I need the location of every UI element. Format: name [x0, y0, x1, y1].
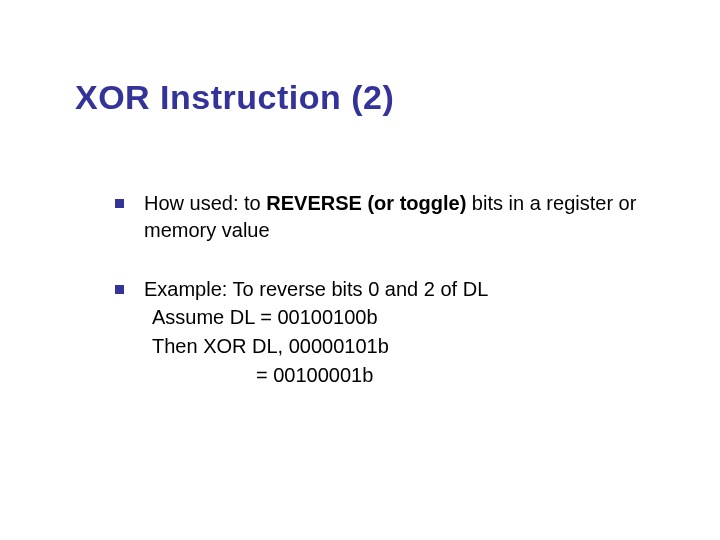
example-line-assume: Assume DL = 00100100b — [144, 303, 665, 332]
bullet-2-example: Assume DL = 00100100b Then XOR DL, 00000… — [144, 303, 665, 390]
example-line-result: = 00100001b — [144, 361, 665, 390]
bullet-icon — [115, 285, 124, 294]
bullet-2-intro: Example: To reverse bits 0 and 2 of DL — [144, 276, 665, 303]
bullet-1-text: How used: to REVERSE (or toggle) bits in… — [144, 190, 665, 244]
slide: XOR Instruction (2) How used: to REVERSE… — [0, 0, 720, 540]
slide-title: XOR Instruction (2) — [75, 78, 394, 117]
bullet-1: How used: to REVERSE (or toggle) bits in… — [115, 190, 665, 244]
slide-body: How used: to REVERSE (or toggle) bits in… — [115, 190, 665, 422]
bullet-icon — [115, 199, 124, 208]
bullet-2-text: Example: To reverse bits 0 and 2 of DL A… — [144, 276, 665, 390]
bullet-2: Example: To reverse bits 0 and 2 of DL A… — [115, 276, 665, 390]
bullet-1-bold: REVERSE (or toggle) — [266, 192, 466, 214]
bullet-1-prefix: How used: to — [144, 192, 266, 214]
example-line-then: Then XOR DL, 00000101b — [144, 332, 665, 361]
